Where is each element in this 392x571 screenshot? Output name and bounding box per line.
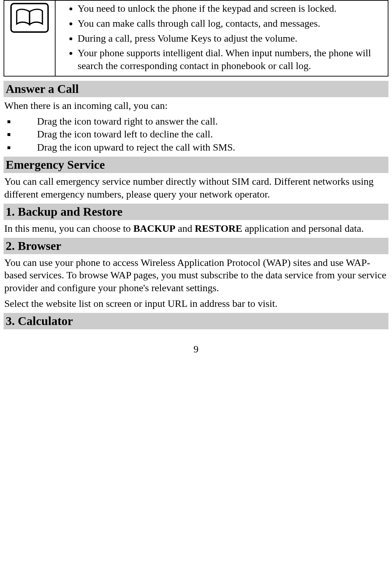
paragraph: Select the website list on screen or inp… (4, 297, 388, 310)
table-content-cell: You need to unlock the phone if the keyp… (55, 0, 388, 76)
tips-list: You need to unlock the phone if the keyp… (58, 2, 386, 72)
text: application and personal data. (242, 223, 364, 234)
book-icon (10, 3, 49, 33)
text: and (176, 223, 195, 234)
list-item: Drag the icon toward right to answer the… (16, 115, 388, 128)
list-item: Drag the icon toward left to decline the… (16, 128, 388, 141)
paragraph: You can use your phone to access Wireles… (4, 256, 388, 294)
section-heading-backup: 1. Backup and Restore (4, 204, 388, 220)
bold-text: BACKUP (133, 223, 175, 234)
bold-text: RESTORE (195, 223, 242, 234)
page-number: 9 (4, 344, 388, 355)
paragraph: When there is an incoming call, you can: (4, 99, 388, 112)
text: In this menu, you can choose to (4, 223, 133, 234)
list-item: You can make calls through call log, con… (78, 17, 386, 30)
answer-list: Drag the icon toward right to answer the… (4, 115, 388, 154)
document-page: You need to unlock the phone if the keyp… (0, 0, 392, 366)
list-item: Drag the icon upward to reject the call … (16, 141, 388, 154)
list-item: You need to unlock the phone if the keyp… (78, 2, 386, 15)
tips-table: You need to unlock the phone if the keyp… (4, 0, 388, 77)
list-item: During a call, press Volume Keys to adju… (78, 32, 386, 45)
list-item: Your phone supports intelligent dial. Wh… (78, 47, 386, 72)
table-icon-cell (4, 0, 55, 76)
section-heading-emergency: Emergency Service (4, 157, 388, 173)
section-heading-browser: 2. Browser (4, 238, 388, 254)
section-heading-answer-call: Answer a Call (4, 81, 388, 97)
paragraph: You can call emergency service number di… (4, 175, 388, 201)
paragraph: In this menu, you can choose to BACKUP a… (4, 222, 388, 235)
section-heading-calculator: 3. Calculator (4, 313, 388, 329)
